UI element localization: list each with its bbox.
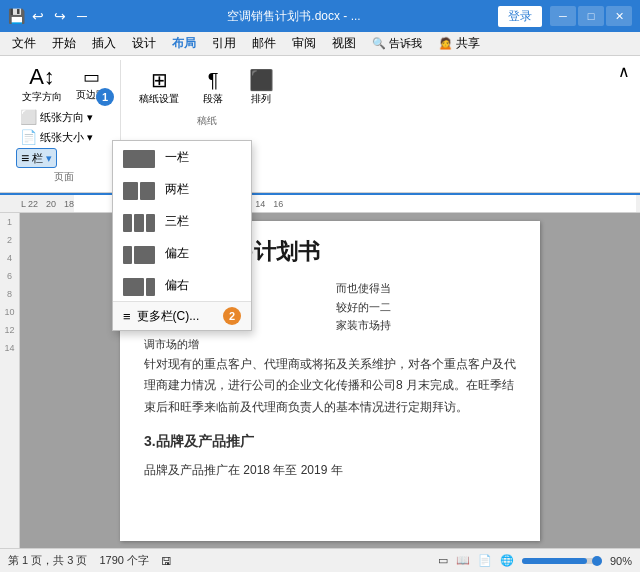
columns-left-label: 偏左 bbox=[165, 245, 189, 262]
columns-one-label: 一栏 bbox=[165, 149, 189, 166]
vruler-1: 1 bbox=[7, 217, 12, 227]
paragraph-button[interactable]: ¶ 段落 bbox=[193, 68, 233, 108]
doc-section-3-title: 3.品牌及产品推广 bbox=[144, 429, 516, 454]
paper-orientation-arrow: ▾ bbox=[87, 111, 93, 124]
paper-orientation-label: 纸张方向 bbox=[40, 110, 84, 125]
ruler-number-22: 22 bbox=[28, 199, 38, 209]
menu-references[interactable]: 引用 bbox=[204, 33, 244, 54]
more-cols-icon: ≡ bbox=[123, 309, 131, 324]
maximize-button[interactable]: □ bbox=[578, 6, 604, 26]
ribbon-content: A↕ 文字方向 ▭ 页边距 ⬜ 纸张方向 ▾ bbox=[0, 56, 640, 193]
col-block-right-wide bbox=[123, 278, 144, 296]
menu-search[interactable]: 🔍 告诉我 bbox=[364, 34, 430, 53]
arrange-button[interactable]: ⬛ 排列 bbox=[241, 68, 281, 108]
print-layout-icon[interactable]: 📄 bbox=[478, 554, 492, 567]
columns-two-item[interactable]: 两栏 bbox=[113, 173, 251, 205]
ruler-number-18: 18 bbox=[64, 199, 74, 209]
menu-mailings[interactable]: 邮件 bbox=[244, 33, 284, 54]
manuscript-settings-label: 稿纸设置 bbox=[139, 92, 179, 106]
ribbon-row-3: 📄 纸张大小 ▾ bbox=[16, 128, 112, 146]
ribbon: A↕ 文字方向 ▭ 页边距 ⬜ 纸张方向 ▾ bbox=[0, 56, 640, 195]
badge-2: 2 bbox=[223, 307, 241, 325]
columns-right-item[interactable]: 偏右 bbox=[113, 269, 251, 301]
more-columns-button[interactable]: ≡ 更多栏(C)... 2 bbox=[113, 301, 251, 330]
col-preview-2 bbox=[123, 178, 155, 200]
col-preview-3 bbox=[123, 210, 155, 232]
columns-icon: ≡ bbox=[21, 150, 29, 166]
col-block-single bbox=[123, 150, 155, 168]
ribbon-collapse-button[interactable]: ∧ bbox=[616, 60, 632, 83]
menu-layout[interactable]: 布局 bbox=[164, 33, 204, 54]
menu-home[interactable]: 开始 bbox=[44, 33, 84, 54]
zoom-fill bbox=[522, 558, 587, 564]
doc-right-col: 而也使得当 较好的一二 家装市场持 bbox=[336, 279, 516, 354]
vruler-6: 10 bbox=[4, 307, 14, 317]
col-block-left-wide bbox=[134, 246, 155, 264]
redo-icon[interactable]: ↪ bbox=[52, 8, 68, 24]
close-button[interactable]: ✕ bbox=[606, 6, 632, 26]
menu-share[interactable]: 🙍 共享 bbox=[430, 33, 488, 54]
ruler-bar: L 22 20 18 6 4 ▽ 4 ▽ 6 8 10 12 14 16 bbox=[0, 195, 640, 213]
col-block-right-narrow bbox=[146, 278, 155, 296]
status-right: ▭ 📖 📄 🌐 90% bbox=[438, 554, 632, 567]
col-block-left-narrow bbox=[123, 246, 132, 264]
page-setup-group-label: 页面 bbox=[54, 168, 74, 184]
paper-size-arrow: ▾ bbox=[87, 131, 93, 144]
doc-para-1: 针对现有的重点客户、代理商或将拓及关系维护，对各个重点客户及代理商建力情况，进行… bbox=[144, 354, 516, 419]
ribbon-row-2: ⬜ 纸张方向 ▾ bbox=[16, 108, 112, 126]
columns-left-item[interactable]: 偏左 bbox=[113, 237, 251, 269]
minimize-button[interactable]: ─ bbox=[550, 6, 576, 26]
ribbon-group-spacing: ⊞ 稿纸设置 ¶ 段落 ⬛ 排列 稿纸 bbox=[125, 60, 289, 132]
ribbon-group-page-setup: A↕ 文字方向 ▭ 页边距 ⬜ 纸张方向 ▾ bbox=[8, 60, 121, 188]
menu-review[interactable]: 审阅 bbox=[284, 33, 324, 54]
manuscript-settings-icon: ⊞ bbox=[151, 70, 168, 90]
ribbon-row-4: ≡ 栏 ▾ 1 bbox=[16, 148, 112, 168]
paper-size-label: 纸张大小 bbox=[40, 130, 84, 145]
text-direction-label: 文字方向 bbox=[22, 90, 62, 104]
margins-icon: ▭ bbox=[83, 68, 100, 86]
menu-file[interactable]: 文件 bbox=[4, 33, 44, 54]
app-window: 💾 ↩ ↪ ─ 空调销售计划书.docx - ... 登录 ─ □ ✕ 文件 开… bbox=[0, 0, 640, 572]
text-direction-button[interactable]: A↕ 文字方向 bbox=[16, 64, 68, 106]
web-layout-icon[interactable]: 🌐 bbox=[500, 554, 514, 567]
vruler-7: 12 bbox=[4, 325, 14, 335]
vruler-5: 8 bbox=[7, 289, 12, 299]
paper-size-icon: 📄 bbox=[20, 129, 37, 145]
vertical-ruler: 1 2 4 6 8 10 12 14 bbox=[0, 213, 20, 548]
columns-three-label: 三栏 bbox=[165, 213, 189, 230]
menu-view[interactable]: 视图 bbox=[324, 33, 364, 54]
paper-size-button[interactable]: 📄 纸张大小 ▾ bbox=[16, 128, 97, 146]
customize-icon[interactable]: ─ bbox=[74, 8, 90, 24]
vruler-2: 2 bbox=[7, 235, 12, 245]
undo-icon[interactable]: ↩ bbox=[30, 8, 46, 24]
menu-insert[interactable]: 插入 bbox=[84, 33, 124, 54]
paper-orientation-icon: ⬜ bbox=[20, 109, 37, 125]
paper-orientation-button[interactable]: ⬜ 纸张方向 ▾ bbox=[16, 108, 97, 126]
vruler-3: 4 bbox=[7, 253, 12, 263]
col-block-3a bbox=[123, 214, 132, 232]
login-button[interactable]: 登录 bbox=[498, 6, 542, 27]
main-area: 1 2 4 6 8 10 12 14 年空调销售计划书 句，全国家用… ○ 20… bbox=[0, 213, 640, 548]
menu-design[interactable]: 设计 bbox=[124, 33, 164, 54]
col-preview-1 bbox=[123, 146, 155, 168]
ruler-left-label: L bbox=[4, 199, 26, 209]
window-controls: ─ □ ✕ bbox=[550, 6, 632, 26]
save-icon[interactable]: 💾 bbox=[8, 8, 24, 24]
doc-status-icon: 🖫 bbox=[161, 555, 172, 567]
columns-button[interactable]: ≡ 栏 ▾ bbox=[16, 148, 57, 168]
col-block-3c bbox=[146, 214, 155, 232]
title-text: 空调销售计划书.docx - ... bbox=[90, 8, 498, 25]
columns-three-item[interactable]: 三栏 bbox=[113, 205, 251, 237]
layout-icon[interactable]: ▭ bbox=[438, 554, 448, 567]
columns-label: 栏 bbox=[32, 151, 43, 166]
zoom-bar[interactable] bbox=[522, 558, 602, 564]
columns-one-item[interactable]: 一栏 bbox=[113, 141, 251, 173]
read-mode-icon[interactable]: 📖 bbox=[456, 554, 470, 567]
columns-arrow: ▾ bbox=[46, 152, 52, 165]
paragraph-icon: ¶ bbox=[208, 70, 219, 90]
doc-para-2: 品牌及产品推广在 2018 年至 2019 年 bbox=[144, 460, 516, 482]
arrange-label: 排列 bbox=[251, 92, 271, 106]
word-count: 1790 个字 bbox=[99, 553, 149, 568]
title-bar: 💾 ↩ ↪ ─ 空调销售计划书.docx - ... 登录 ─ □ ✕ bbox=[0, 0, 640, 32]
manuscript-settings-button[interactable]: ⊞ 稿纸设置 bbox=[133, 68, 185, 108]
